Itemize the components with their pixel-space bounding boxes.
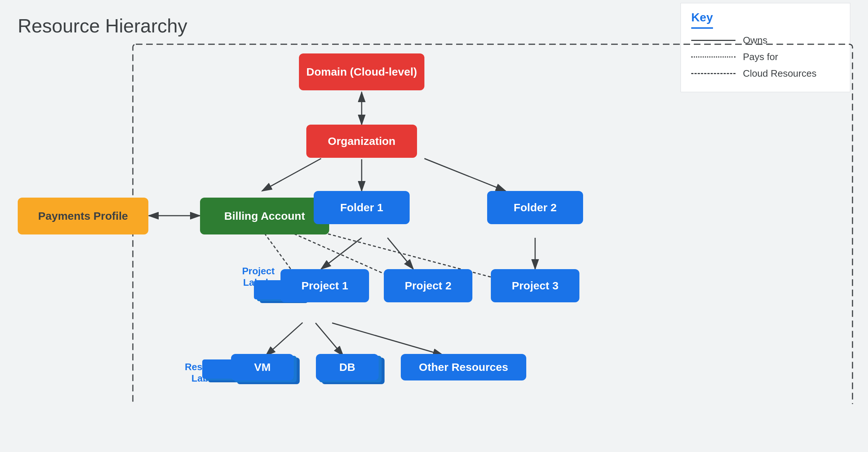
project3-node: Project 3 [491, 269, 579, 302]
svg-line-17 [332, 323, 443, 355]
vm-node: VM [231, 354, 294, 380]
billing-account-node: Billing Account [200, 198, 329, 234]
other-resources-node: Other Resources [401, 354, 526, 380]
svg-line-9 [321, 238, 362, 269]
project2-node: Project 2 [384, 269, 472, 302]
db-node: DB [316, 354, 379, 380]
project1-node: Project 1 [280, 269, 369, 302]
domain-node: Domain (Cloud-level) [299, 53, 424, 90]
payments-profile-node: Payments Profile [18, 198, 148, 234]
folder1-node: Folder 1 [314, 191, 410, 224]
organization-node: Organization [306, 125, 417, 158]
folder2-node: Folder 2 [487, 191, 583, 224]
svg-line-7 [424, 159, 506, 191]
svg-line-15 [266, 323, 303, 356]
svg-line-5 [262, 159, 321, 191]
svg-line-16 [316, 323, 343, 356]
